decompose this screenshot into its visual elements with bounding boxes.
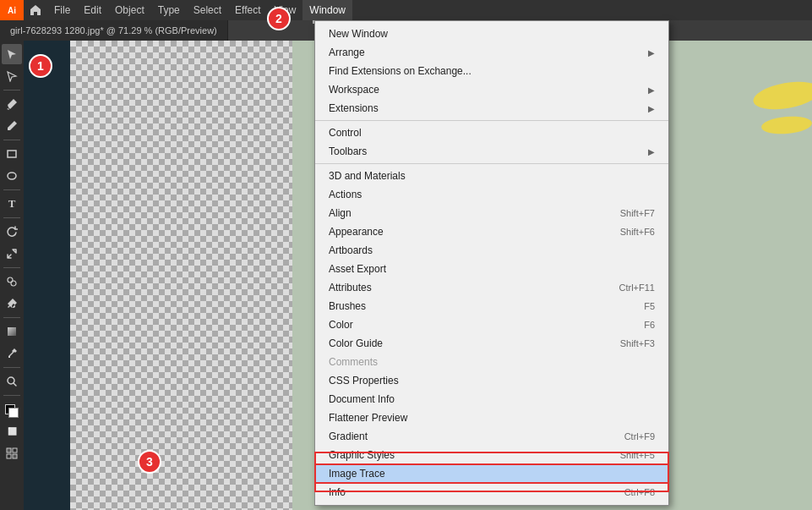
menu-gradient[interactable]: Gradient Ctrl+F9: [315, 427, 668, 446]
menu-graphic-styles[interactable]: Graphic Styles Shift+F5: [315, 446, 668, 464]
menu-comments[interactable]: Comments: [315, 353, 668, 371]
document-tab[interactable]: girl-7628293 1280.jpg* @ 71.29 % (RGB/Pr…: [0, 20, 228, 41]
tool-divider-2: [3, 140, 20, 140]
svg-rect-6: [7, 448, 11, 452]
menu-css-properties[interactable]: CSS Properties: [315, 371, 668, 390]
zoom-tool[interactable]: [2, 371, 22, 392]
menu-attributes[interactable]: Attributes Ctrl+F11: [315, 278, 668, 297]
svg-point-1: [8, 173, 16, 179]
menu-document-info[interactable]: Document Info: [315, 390, 668, 409]
menu-flattener-preview[interactable]: Flattener Preview: [315, 409, 668, 427]
menu-type[interactable]: Type: [151, 0, 187, 20]
window-dropdown-menu: New Window Arrange ▶ Find Extensions on …: [314, 20, 669, 506]
left-dark-panel: [24, 41, 70, 510]
rect-tool[interactable]: [2, 144, 22, 164]
tool-divider-8: [3, 395, 20, 396]
ellipse-tool[interactable]: [2, 166, 22, 186]
menu-workspace[interactable]: Workspace ▶: [315, 80, 668, 99]
menu-actions[interactable]: Actions: [315, 185, 668, 204]
annotation-3: 3: [138, 450, 161, 474]
menu-effect[interactable]: Effect: [228, 0, 267, 20]
left-toolbar: T: [0, 41, 24, 510]
menu-select[interactable]: Select: [187, 0, 228, 20]
tool-divider-3: [3, 189, 20, 190]
separator-1: [315, 120, 668, 121]
menu-appearance[interactable]: Appearance Shift+F6: [315, 222, 668, 241]
menu-file[interactable]: File: [47, 0, 77, 20]
svg-rect-0: [8, 151, 16, 157]
menu-info[interactable]: Info Ctrl+F8: [315, 483, 668, 502]
tool-divider-1: [3, 90, 20, 90]
annotation-1: 1: [29, 54, 52, 78]
svg-rect-9: [13, 454, 17, 458]
menu-object[interactable]: Object: [108, 0, 151, 20]
ai-logo: Ai: [0, 0, 24, 20]
color-swatches[interactable]: [2, 401, 22, 420]
tool-divider-6: [3, 317, 20, 318]
svg-rect-7: [13, 448, 17, 452]
checkerboard-bg: [70, 41, 292, 510]
tool-divider-5: [3, 267, 20, 268]
direct-select-tool[interactable]: [2, 66, 22, 86]
menubar: Ai File Edit Object Type Select Effect V…: [0, 0, 812, 20]
gradient-tool[interactable]: [2, 321, 22, 342]
menu-find-extensions[interactable]: Find Extensions on Exchange...: [315, 62, 668, 80]
menu-artboards[interactable]: Artboards: [315, 241, 668, 260]
menu-brushes[interactable]: Brushes F5: [315, 297, 668, 315]
menu-3d-materials[interactable]: 3D and Materials: [315, 167, 668, 185]
eyedropper-tool[interactable]: [2, 343, 22, 364]
scale-tool[interactable]: [2, 244, 22, 264]
shape-builder-tool[interactable]: [2, 271, 22, 292]
tool-divider-4: [3, 217, 20, 218]
annotation-2: 2: [267, 7, 291, 30]
pencil-tool[interactable]: [2, 116, 22, 136]
menu-color-guide[interactable]: Color Guide Shift+F3: [315, 334, 668, 353]
menu-extensions[interactable]: Extensions ▶: [315, 99, 668, 118]
separator-2: [315, 163, 668, 164]
tool-divider-7: [3, 367, 20, 368]
menu-image-trace[interactable]: Image Trace: [315, 464, 668, 483]
menu-new-window[interactable]: New Window: [315, 25, 668, 43]
menu-toolbars[interactable]: Toolbars ▶: [315, 142, 668, 161]
svg-rect-4: [8, 327, 16, 336]
svg-rect-8: [7, 454, 11, 458]
type-tool[interactable]: T: [2, 194, 22, 214]
menu-window[interactable]: Window: [302, 0, 352, 20]
artboard-navigation[interactable]: ⬜: [2, 421, 22, 441]
misc-tool2[interactable]: [2, 443, 22, 463]
rotate-tool[interactable]: [2, 222, 22, 242]
home-button[interactable]: [24, 0, 47, 20]
menu-asset-export[interactable]: Asset Export: [315, 260, 668, 278]
paint-bucket-tool[interactable]: [2, 293, 22, 314]
menu-control[interactable]: Control: [315, 123, 668, 142]
menu-color[interactable]: Color F6: [315, 315, 668, 334]
menu-align[interactable]: Align Shift+F7: [315, 204, 668, 222]
svg-point-3: [11, 281, 16, 286]
menu-arrange[interactable]: Arrange ▶: [315, 43, 668, 62]
select-tool[interactable]: [2, 44, 22, 64]
pen-tool[interactable]: [2, 94, 22, 114]
menu-edit[interactable]: Edit: [77, 0, 108, 20]
